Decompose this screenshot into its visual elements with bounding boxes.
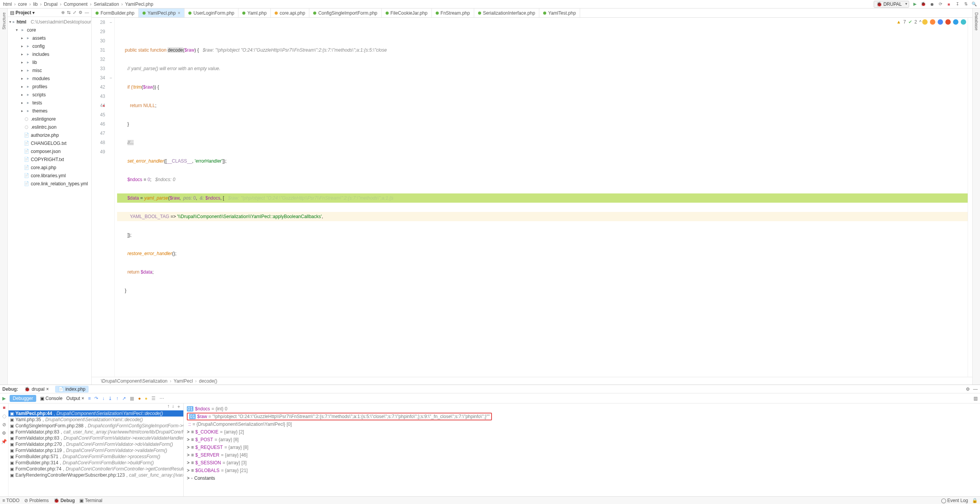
crumb[interactable]: YamlPecl.php bbox=[125, 2, 153, 7]
console-tab[interactable]: ▣ Console bbox=[40, 396, 62, 401]
editor-tab[interactable]: core.api.php bbox=[271, 8, 309, 17]
tree-file[interactable]: 📄core.api.php bbox=[8, 163, 91, 171]
line-gutter[interactable]: 28 29 30 31 32 33 34 42 43 44 45 46 47 4… bbox=[92, 18, 115, 377]
tree-core[interactable]: ▾▸core bbox=[8, 26, 91, 34]
run-to-cursor-icon[interactable]: ↗ bbox=[122, 396, 126, 401]
editor-tab[interactable]: UserLoginForm.php bbox=[185, 8, 238, 17]
next-frame-icon[interactable]: ↓ bbox=[172, 403, 174, 410]
prev-frame-icon[interactable]: ↑ bbox=[167, 403, 169, 410]
frame-row[interactable]: ▣ FormValidator.php:83, Drupal\Core\Form… bbox=[8, 435, 183, 441]
browser-icons[interactable] bbox=[922, 19, 966, 25]
settings-icon[interactable]: ⚙ bbox=[2, 430, 6, 436]
filter-icon[interactable]: ◌ bbox=[2, 413, 6, 419]
editor-tab[interactable]: YamlTest.php bbox=[539, 8, 580, 17]
crumb[interactable]: core bbox=[18, 2, 27, 7]
select-opened-icon[interactable]: ⊕ bbox=[61, 10, 65, 15]
frame-row[interactable]: ▣ EarlyRenderingControllerWrapperSubscri… bbox=[8, 472, 183, 478]
step-out-icon[interactable]: ↑ bbox=[116, 396, 118, 401]
frame-row[interactable]: ▣ ConfigSingleImportForm.php:288, Drupal… bbox=[8, 423, 183, 429]
frame-row[interactable]: ▣ FormValidator.php:270, Drupal\Core\For… bbox=[8, 441, 183, 447]
error-stripe[interactable] bbox=[968, 18, 972, 377]
list-icon[interactable]: ☰ bbox=[151, 396, 156, 401]
collapse-icon[interactable]: ⤢ bbox=[73, 10, 76, 15]
var-row[interactable]: > ≡ $_SERVER = {array} [46] bbox=[187, 451, 977, 459]
terminal-button[interactable]: ▣ Terminal bbox=[79, 498, 102, 503]
editor-tab[interactable]: FileCookieJar.php bbox=[382, 8, 432, 17]
mark-icon[interactable]: ● bbox=[138, 396, 141, 401]
var-row[interactable]: > ≡ $_SESSION = {array} [3] bbox=[187, 459, 977, 467]
var-row-highlight[interactable]: 01 $raw = "!php/object "O:24:\"GuzzleHtt… bbox=[187, 413, 977, 420]
debug-button[interactable]: 🐞 Debug bbox=[54, 498, 75, 503]
editor-breadcrumb[interactable]: \Drupal\Component\Serialization› YamlPec… bbox=[92, 377, 972, 385]
frame-row[interactable]: ▣ FormController.php:74, Drupal\Core\Con… bbox=[8, 466, 183, 472]
tree-dir[interactable]: ▸▸themes bbox=[8, 107, 91, 115]
tree-dir[interactable]: ▸▸scripts bbox=[8, 91, 91, 99]
debug-session-active[interactable]: 📄 index.php bbox=[55, 386, 89, 393]
var-row[interactable]: > ≡ $GLOBALS = {array} [21] bbox=[187, 467, 977, 474]
editor-tab[interactable]: ConfigSingleImportForm.php bbox=[309, 8, 381, 17]
var-row[interactable]: > ≡ $_POST = {array} [8] bbox=[187, 436, 977, 444]
inspection-widget[interactable]: ▲7 ✔2 ^v bbox=[896, 19, 926, 25]
var-row[interactable]: 01 $ndocs = {int} 0 bbox=[187, 405, 977, 413]
tree-file[interactable]: 📄COPYRIGHT.txt bbox=[8, 155, 91, 163]
frame-row[interactable]: ▣ FormValidator.php:83, call_user_func_a… bbox=[8, 429, 183, 435]
tree-root[interactable]: ▾▸html C:\Users\admin\Desktop\source\htm… bbox=[8, 18, 91, 26]
var-row[interactable]: > ≡ $_REQUEST = {array} [8] bbox=[187, 444, 977, 451]
tree-dir[interactable]: ▸▸assets bbox=[8, 34, 91, 42]
tree-file[interactable]: 📄core.libraries.yml bbox=[8, 171, 91, 180]
debugger-tab[interactable]: Debugger bbox=[10, 395, 36, 402]
problems-button[interactable]: ⊘ Problems bbox=[24, 498, 49, 503]
minimize-icon[interactable]: — bbox=[973, 386, 978, 392]
debug-icon[interactable]: 🐞 bbox=[921, 2, 926, 7]
update-icon[interactable]: ↧ bbox=[955, 2, 960, 7]
output-tab[interactable]: Output × bbox=[66, 396, 84, 401]
tree-dir[interactable]: ▸▸modules bbox=[8, 74, 91, 82]
settings-icon[interactable]: ⚙ bbox=[79, 10, 82, 15]
hide-icon[interactable]: — bbox=[85, 10, 89, 15]
crumb[interactable]: Component bbox=[64, 2, 87, 7]
editor-tab[interactable]: FormBuilder.php bbox=[92, 8, 139, 17]
step-over-icon[interactable]: ≡ bbox=[88, 396, 91, 401]
tree-file[interactable]: ◌.eslintignore bbox=[8, 115, 91, 123]
frame-row[interactable]: ▣ FormValidator.php:119, Drupal\Core\For… bbox=[8, 447, 183, 454]
editor-tab[interactable]: Yaml.php bbox=[238, 8, 271, 17]
pin-icon[interactable]: 📌 bbox=[1, 439, 7, 444]
frame-row[interactable]: ▣ FormBuilder.php:314, Drupal\Core\Form\… bbox=[8, 460, 183, 466]
event-log-button[interactable]: ◯ Event Log bbox=[941, 498, 968, 503]
crumb[interactable]: html bbox=[3, 2, 12, 7]
evaluate-icon[interactable]: ▦ bbox=[130, 396, 134, 401]
coverage-icon[interactable]: ⏺ bbox=[929, 2, 935, 7]
gear-icon[interactable]: ⚙ bbox=[966, 386, 970, 392]
resume-icon[interactable]: ▶ bbox=[2, 396, 6, 401]
project-label[interactable]: ▤ Project ▾ bbox=[10, 10, 35, 15]
var-row[interactable]: > ≡ $_COOKIE = {array} [2] bbox=[187, 428, 977, 436]
stop-icon[interactable]: ■ bbox=[3, 405, 5, 410]
search-icon[interactable]: 🔍 bbox=[972, 2, 977, 7]
run-icon[interactable]: ▶ bbox=[912, 2, 918, 7]
editor-tab[interactable]: FnStream.php bbox=[432, 8, 474, 17]
tree-file[interactable]: 📄CHANGELOG.txt bbox=[8, 139, 91, 147]
layout-icon[interactable]: ▥ bbox=[973, 396, 978, 401]
close-icon[interactable]: × bbox=[178, 10, 180, 16]
step-in-icon[interactable]: ↓ bbox=[102, 396, 104, 401]
editor-tab-active[interactable]: YamlPecl.php× bbox=[139, 8, 185, 17]
variables-panel[interactable]: 01 $ndocs = {int} 0 01 $raw = "!php/obje… bbox=[184, 403, 980, 496]
run-config-dropdown[interactable]: 🐞 DRUPAL bbox=[874, 1, 909, 8]
tree-dir[interactable]: ▸▸tests bbox=[8, 99, 91, 107]
tree-file[interactable]: 📄composer.json bbox=[8, 147, 91, 155]
todo-button[interactable]: ≡ TODO bbox=[2, 498, 20, 503]
expand-icon[interactable]: ⇆ bbox=[67, 10, 70, 15]
crumb[interactable]: lib bbox=[33, 2, 38, 7]
var-row[interactable]: :: = {Drupal\Component\Serialization\Yam… bbox=[187, 420, 977, 428]
frame-row[interactable]: ▣ Yaml.php:35, Drupal\Component\Serializ… bbox=[8, 417, 183, 423]
frame-row[interactable]: ▣ FormBuilder.php:571, Drupal\Core\Form\… bbox=[8, 454, 183, 460]
tree-dir[interactable]: ▸▸config bbox=[8, 42, 91, 50]
profile-icon[interactable]: ⟳ bbox=[938, 2, 943, 7]
tree-dir[interactable]: ▸▸profiles bbox=[8, 82, 91, 91]
tree-dir[interactable]: ▸▸includes bbox=[8, 50, 91, 58]
frame-row[interactable]: ▣ YamlPecl.php:44, Drupal\Component\Seri… bbox=[8, 410, 183, 417]
lock-icon[interactable]: 🔒 bbox=[972, 498, 978, 503]
tree-file[interactable]: 📄authorize.php bbox=[8, 131, 91, 139]
add-icon[interactable]: ＋ bbox=[176, 403, 181, 410]
force-step-icon[interactable]: ⤓ bbox=[108, 396, 112, 401]
